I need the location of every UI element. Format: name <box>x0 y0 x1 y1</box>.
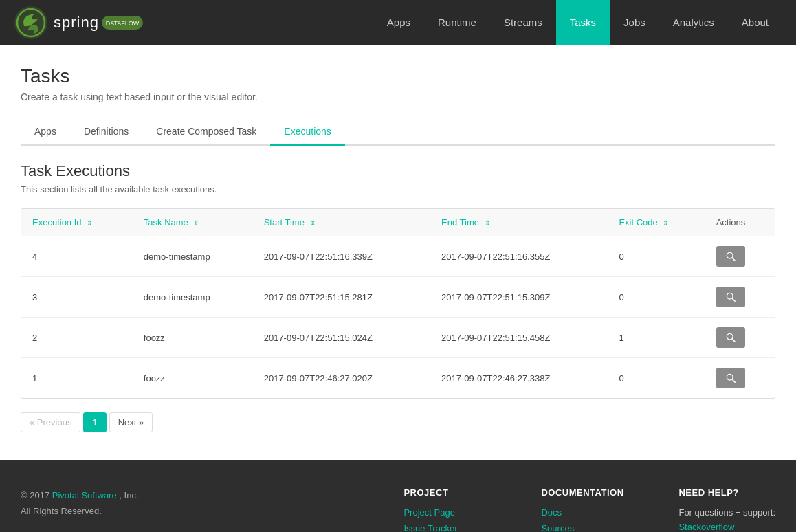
footer-documentation: DOCUMENTATION Docs Sources Api Docs <box>541 487 637 532</box>
footer-project-heading: PROJECT <box>403 487 500 498</box>
cell-start-time-3: 2017-09-07T22:46:27.020Z <box>253 358 430 399</box>
col-start-time[interactable]: Start Time ⇕ <box>253 209 430 236</box>
nav-menu: Apps Runtime Streams Tasks Jobs Analytic… <box>373 0 782 45</box>
cell-actions-2 <box>705 318 775 358</box>
col-task-name[interactable]: Task Name ⇕ <box>133 209 253 236</box>
navbar: spring DATAFLOW Apps Runtime Streams Tas… <box>0 0 796 45</box>
cell-execution-id-2: 2 <box>21 318 133 358</box>
search-icon <box>726 333 736 342</box>
cell-end-time-1: 2017-09-07T22:51:15.309Z <box>430 277 608 318</box>
cell-execution-id-3: 1 <box>21 358 133 399</box>
cell-task-name-3: foozz <box>133 358 253 399</box>
copyright-year: © 2017 <box>21 490 49 500</box>
footer-issue-tracker-link[interactable]: Issue Tracker <box>403 523 500 532</box>
search-icon <box>726 292 736 302</box>
nav-tasks[interactable]: Tasks <box>556 0 610 45</box>
executions-table: Execution Id ⇕ Task Name ⇕ Start Time ⇕ … <box>21 209 775 398</box>
action-search-button-0[interactable] <box>716 246 745 267</box>
svg-text:DATAFLOW: DATAFLOW <box>106 20 140 27</box>
sort-icon-start-time: ⇕ <box>310 219 316 227</box>
brand-badge: DATAFLOW <box>102 16 143 30</box>
sort-icon-execution-id: ⇕ <box>87 219 92 227</box>
table-row: 3 demo-timestamp 2017-09-07T22:51:15.281… <box>21 277 775 318</box>
sort-icon-task-name: ⇕ <box>193 219 199 227</box>
table-row: 4 demo-timestamp 2017-09-07T22:51:16.339… <box>21 236 775 277</box>
cell-start-time-1: 2017-09-07T22:51:15.281Z <box>253 277 430 318</box>
page-subtitle: Create a task using text based input or … <box>21 91 775 102</box>
cell-actions-3 <box>705 358 775 399</box>
sort-icon-exit-code: ⇕ <box>663 219 668 227</box>
col-end-time[interactable]: End Time ⇕ <box>430 209 608 236</box>
nav-streams[interactable]: Streams <box>490 0 556 45</box>
footer: © 2017 Pivotal Software , Inc. All Right… <box>0 460 796 532</box>
col-execution-id[interactable]: Execution Id ⇕ <box>21 209 133 236</box>
footer-stackoverflow-link[interactable]: Stackoverflow <box>678 522 775 532</box>
action-search-button-2[interactable] <box>716 327 745 348</box>
nav-runtime[interactable]: Runtime <box>424 0 490 45</box>
executions-table-container: Execution Id ⇕ Task Name ⇕ Start Time ⇕ … <box>21 208 775 399</box>
footer-help: NEED HELP? For questions + support: Stac… <box>678 487 775 532</box>
footer-project-page-link[interactable]: Project Page <box>403 507 500 518</box>
cell-end-time-3: 2017-09-07T22:46:27.338Z <box>430 358 608 399</box>
search-icon <box>726 373 736 383</box>
tabs: Apps Definitions Create Composed Task Ex… <box>21 119 775 146</box>
cell-exit-code-0: 0 <box>608 236 705 277</box>
all-rights: All Rights Reserved. <box>21 506 102 516</box>
table-header-row: Execution Id ⇕ Task Name ⇕ Start Time ⇕ … <box>21 209 775 236</box>
col-actions: Actions <box>705 209 775 236</box>
cell-end-time-2: 2017-09-07T22:51:15.458Z <box>430 318 608 358</box>
tab-definitions[interactable]: Definitions <box>70 119 142 146</box>
footer-documentation-heading: DOCUMENTATION <box>541 487 637 498</box>
footer-help-text: For questions + support: <box>678 507 775 518</box>
search-icon <box>726 252 736 261</box>
page-title: Tasks <box>21 65 775 87</box>
brand: spring DATAFLOW <box>14 5 143 40</box>
cell-task-name-1: demo-timestamp <box>133 277 253 318</box>
cell-end-time-0: 2017-09-07T22:51:16.355Z <box>430 236 608 277</box>
action-search-button-1[interactable] <box>716 287 745 307</box>
brand-title: spring <box>54 14 99 32</box>
cell-exit-code-3: 0 <box>608 358 705 399</box>
cell-task-name-0: demo-timestamp <box>133 236 253 277</box>
cell-exit-code-1: 0 <box>608 277 705 318</box>
company-link[interactable]: Pivotal Software <box>52 490 117 500</box>
cell-exit-code-2: 1 <box>608 318 705 358</box>
cell-task-name-2: foozz <box>133 318 253 358</box>
cell-execution-id-0: 4 <box>21 236 133 277</box>
nav-about[interactable]: About <box>728 0 782 45</box>
svg-line-11 <box>732 379 735 382</box>
nav-jobs[interactable]: Jobs <box>610 0 659 45</box>
page-content: Tasks Create a task using text based inp… <box>0 45 796 460</box>
pagination: « Previous 1 Next » <box>21 412 775 432</box>
cell-actions-1 <box>705 277 775 318</box>
footer-docs-link[interactable]: Docs <box>541 507 637 518</box>
footer-sources-link[interactable]: Sources <box>541 523 637 532</box>
pagination-previous[interactable]: « Previous <box>21 412 80 432</box>
footer-copyright: © 2017 Pivotal Software , Inc. All Right… <box>21 487 362 532</box>
svg-line-9 <box>732 339 735 342</box>
svg-line-7 <box>732 298 735 301</box>
pagination-next[interactable]: Next » <box>109 412 153 432</box>
spring-logo <box>14 5 48 40</box>
footer-help-heading: NEED HELP? <box>678 487 775 498</box>
action-search-button-3[interactable] <box>716 368 745 388</box>
cell-actions-0 <box>705 236 775 277</box>
nav-apps[interactable]: Apps <box>373 0 424 45</box>
table-row: 1 foozz 2017-09-07T22:46:27.020Z 2017-09… <box>21 358 775 399</box>
svg-line-5 <box>732 258 735 261</box>
footer-project: PROJECT Project Page Issue Tracker <box>403 487 500 532</box>
table-row: 2 foozz 2017-09-07T22:51:15.024Z 2017-09… <box>21 318 775 358</box>
tab-executions[interactable]: Executions <box>270 119 344 146</box>
sort-icon-end-time: ⇕ <box>485 219 490 227</box>
company-suffix: , Inc. <box>119 490 138 500</box>
section-subtitle: This section lists all the available tas… <box>21 184 775 195</box>
tab-create-composed-task[interactable]: Create Composed Task <box>142 119 270 146</box>
col-exit-code[interactable]: Exit Code ⇕ <box>608 209 705 236</box>
nav-analytics[interactable]: Analytics <box>659 0 728 45</box>
cell-start-time-0: 2017-09-07T22:51:16.339Z <box>253 236 430 277</box>
cell-execution-id-1: 3 <box>21 277 133 318</box>
tab-apps[interactable]: Apps <box>21 119 70 146</box>
cell-start-time-2: 2017-09-07T22:51:15.024Z <box>253 318 430 358</box>
section-title: Task Executions <box>21 162 775 180</box>
pagination-page-1[interactable]: 1 <box>83 412 106 432</box>
